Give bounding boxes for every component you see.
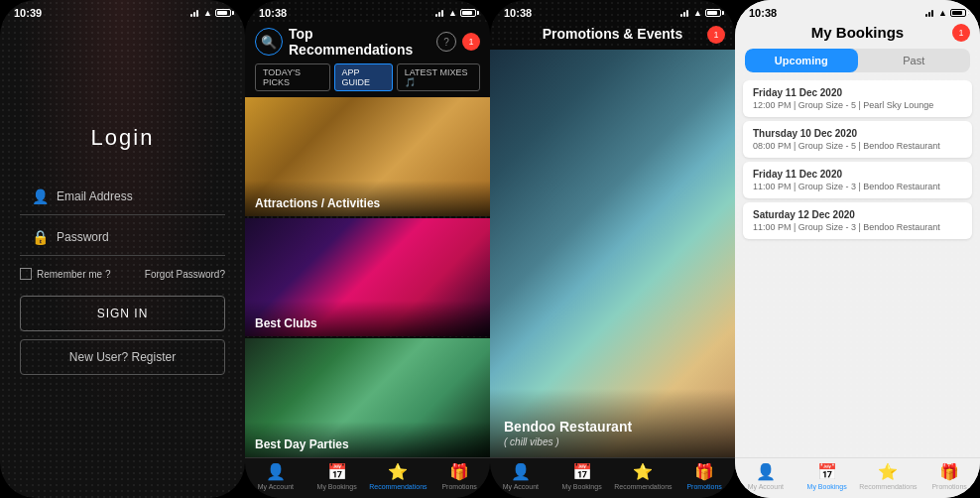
- notification-badge-2[interactable]: 1: [462, 33, 480, 51]
- booking-details-2: 08:00 PM | Group Size - 5 | Bendoo Resta…: [753, 141, 962, 151]
- nav-account-icon-4: 👤: [756, 462, 776, 481]
- page-title-3: Promotions & Events: [543, 26, 683, 42]
- bottom-nav-2: 👤 My Account 📅 My Bookings ⭐ Recommendat…: [245, 457, 490, 498]
- status-icons-2: ▲: [435, 8, 476, 18]
- nav-recs-label-4: Recommendations: [859, 483, 917, 490]
- nav-promo-label-4: Promotions: [931, 483, 966, 490]
- phone-login: 10:39 ▲ Login 👤 Email Address 🔒 Password: [0, 0, 245, 498]
- rec-card-clubs[interactable]: Best Clubs: [245, 218, 490, 337]
- battery-icon: [215, 9, 231, 17]
- booking-item-4[interactable]: Saturday 12 Dec 2020 11:00 PM | Group Si…: [743, 202, 972, 239]
- promo-venue-name: Bendoo Restaurant: [504, 419, 721, 435]
- bottom-nav-4: 👤 My Account 📅 My Bookings ⭐ Recommendat…: [735, 457, 980, 498]
- status-icons-3: ▲: [680, 8, 721, 18]
- rec-card-dayparties[interactable]: Best Day Parties: [245, 338, 490, 457]
- help-icon[interactable]: ?: [436, 32, 456, 52]
- nav-my-account-2[interactable]: 👤 My Account: [245, 462, 306, 490]
- signal-icon-2: [435, 10, 445, 17]
- recommendations-list: Attractions / Activities Best Clubs Best…: [245, 97, 490, 457]
- booking-details-3: 11:00 PM | Group Size - 3 | Bendoo Resta…: [753, 182, 962, 191]
- nav-my-account-4[interactable]: 👤 My Account: [735, 462, 796, 490]
- lock-icon: 🔒: [32, 229, 49, 245]
- filter-latest-mixes[interactable]: LATEST MIXES 🎵: [397, 63, 480, 91]
- status-time-4: 10:38: [749, 7, 777, 19]
- phone-promotions: 10:38 ▲ Promotions & Events 1 Bendoo Res…: [490, 0, 735, 498]
- wifi-icon-2: ▲: [448, 8, 457, 18]
- login-title: Login: [91, 125, 155, 151]
- nav-my-bookings-3[interactable]: 📅 My Bookings: [551, 462, 613, 490]
- wifi-icon-4: ▲: [938, 8, 947, 18]
- rec-card-activities[interactable]: Attractions / Activities: [245, 97, 490, 216]
- bottom-nav-3: 👤 My Account 📅 My Bookings ⭐ Recommendat…: [490, 457, 735, 498]
- signin-button[interactable]: SIGN IN: [20, 296, 225, 331]
- promo-venue-sub: ( chill vibes ): [504, 436, 721, 447]
- nav-promotions-4[interactable]: 🎁 Promotions: [919, 462, 980, 490]
- phone-recommendations: 10:38 ▲ 🔍 Top Recommendations ? 1 TODAY'…: [245, 0, 490, 498]
- bookings-list: Friday 11 Dec 2020 12:00 PM | Group Size…: [735, 80, 980, 457]
- forgot-password-link[interactable]: Forgot Password?: [145, 269, 225, 280]
- password-field[interactable]: 🔒 Password: [20, 219, 225, 256]
- nav-promotions-2[interactable]: 🎁 Promotions: [429, 462, 490, 490]
- nav-recs-icon-3: ⭐: [633, 462, 653, 481]
- booking-date-4: Saturday 12 Dec 2020: [753, 209, 962, 220]
- bookings-header: My Bookings 1: [735, 22, 980, 49]
- nav-my-account-3[interactable]: 👤 My Account: [490, 462, 551, 490]
- nav-account-label-3: My Account: [503, 483, 539, 490]
- wifi-icon: ▲: [203, 8, 212, 18]
- register-button[interactable]: New User? Register: [20, 339, 225, 375]
- tab-upcoming[interactable]: Upcoming: [745, 49, 858, 72]
- nav-my-bookings-2[interactable]: 📅 My Bookings: [306, 462, 368, 490]
- battery-icon-4: [950, 9, 966, 17]
- booking-tabs: Upcoming Past: [745, 49, 970, 72]
- booking-item-2[interactable]: Thursday 10 Dec 2020 08:00 PM | Group Si…: [743, 121, 972, 158]
- status-icons-4: ▲: [925, 8, 966, 18]
- phone-bookings: 10:38 ▲ My Bookings 1 Upcoming Past: [735, 0, 980, 498]
- tab-past[interactable]: Past: [858, 49, 971, 72]
- rec-card-label-activities: Attractions / Activities: [245, 181, 490, 216]
- nav-bookings-icon-2: 📅: [327, 462, 347, 481]
- email-label: Email Address: [57, 189, 133, 203]
- nav-promo-icon-4: 🎁: [939, 462, 959, 481]
- status-bar-4: 10:38 ▲: [735, 0, 980, 22]
- booking-item-3[interactable]: Friday 11 Dec 2020 11:00 PM | Group Size…: [743, 162, 972, 198]
- nav-account-label-2: My Account: [258, 483, 294, 490]
- user-icon: 👤: [32, 188, 49, 204]
- remember-checkbox[interactable]: [20, 268, 32, 280]
- nav-account-icon-3: 👤: [511, 462, 531, 481]
- email-field[interactable]: 👤 Email Address: [20, 179, 225, 215]
- nav-recommendations-4[interactable]: ⭐ Recommendations: [858, 462, 919, 490]
- nav-recs-label-2: Recommendations: [369, 483, 427, 490]
- nav-recs-icon-4: ⭐: [878, 462, 898, 481]
- notification-badge-3[interactable]: 1: [707, 26, 725, 44]
- promo-header: Promotions & Events 1: [490, 22, 735, 50]
- remember-left: Remember me ?: [20, 268, 110, 280]
- nav-recs-label-3: Recommendations: [614, 483, 672, 490]
- filter-app-guide[interactable]: APP GUIDE: [334, 63, 393, 91]
- promo-card-overlay: Bendoo Restaurant ( chill vibes ): [490, 389, 735, 457]
- nav-recs-icon-2: ⭐: [388, 462, 408, 481]
- booking-date-2: Thursday 10 Dec 2020: [753, 128, 962, 139]
- booking-item-1[interactable]: Friday 11 Dec 2020 12:00 PM | Group Size…: [743, 80, 972, 117]
- promo-hero[interactable]: Bendoo Restaurant ( chill vibes ): [490, 50, 735, 457]
- nav-promo-icon-2: 🎁: [449, 462, 469, 481]
- nav-bookings-label-3: My Bookings: [562, 483, 602, 490]
- page-title-2: Top Recommendations: [289, 26, 430, 58]
- remember-label: Remember me ?: [37, 269, 110, 280]
- booking-details-1: 12:00 PM | Group Size - 5 | Pearl Sky Lo…: [753, 100, 962, 110]
- nav-promotions-3[interactable]: 🎁 Promotions: [674, 462, 735, 490]
- nav-recommendations-2[interactable]: ⭐ Recommendations: [368, 462, 429, 490]
- filter-todays-picks[interactable]: TODAY'S PICKS: [255, 63, 330, 91]
- nav-bookings-label-2: My Bookings: [317, 483, 357, 490]
- rec-card-label-clubs: Best Clubs: [245, 301, 490, 336]
- notification-badge-4[interactable]: 1: [952, 24, 970, 42]
- status-time-3: 10:38: [504, 7, 532, 19]
- status-time-2: 10:38: [259, 7, 287, 19]
- nav-promo-label-3: Promotions: [686, 483, 721, 490]
- nav-account-icon-2: 👤: [266, 462, 286, 481]
- status-time-1: 10:39: [14, 7, 42, 19]
- nav-my-bookings-4[interactable]: 📅 My Bookings: [796, 462, 858, 490]
- top-header: 🔍 Top Recommendations ? 1: [245, 22, 490, 63]
- search-icon[interactable]: 🔍: [255, 28, 283, 56]
- login-content: Login 👤 Email Address 🔒 Password Remembe…: [0, 22, 245, 498]
- nav-recommendations-3[interactable]: ⭐ Recommendations: [613, 462, 674, 490]
